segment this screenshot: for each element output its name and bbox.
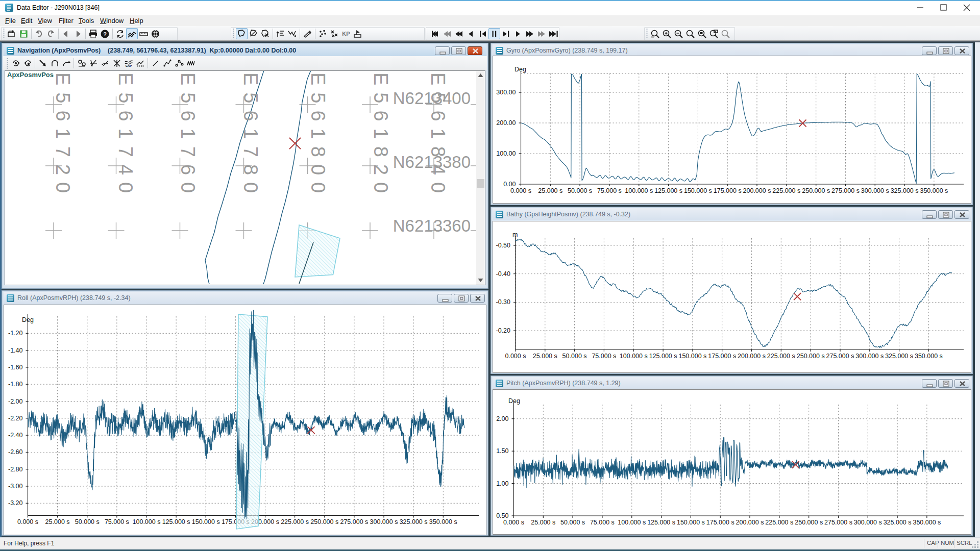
svg-text:250.000 s: 250.000 s [797, 353, 825, 360]
svg-text:275.000 s: 275.000 s [824, 519, 852, 526]
svg-text:200.000 s: 200.000 s [736, 519, 764, 526]
svg-text:-3.20: -3.20 [8, 499, 23, 507]
svg-text:300.000 s: 300.000 s [855, 353, 884, 360]
svg-text:2.00: 2.00 [496, 415, 508, 422]
svg-text:225.000 s: 225.000 s [281, 518, 309, 525]
svg-text:300.000 s: 300.000 s [861, 187, 889, 194]
svg-text:325.000 s: 325.000 s [885, 353, 913, 360]
svg-text:125.000 s: 125.000 s [649, 353, 677, 360]
svg-text:100.000 s: 100.000 s [620, 353, 648, 360]
svg-text:350.000 s: 350.000 s [915, 353, 943, 360]
svg-text:25.000 s: 25.000 s [533, 353, 557, 360]
svg-text:m: m [512, 231, 518, 238]
svg-text:Deg: Deg [508, 397, 520, 405]
svg-text:-2.60: -2.60 [8, 448, 23, 456]
svg-text:325.000 s: 325.000 s [884, 519, 912, 526]
svg-text:100.00: 100.00 [496, 150, 516, 157]
svg-text:125.000 s: 125.000 s [654, 187, 682, 194]
svg-text:350.000 s: 350.000 s [920, 187, 948, 194]
svg-text:350.000 s: 350.000 s [913, 519, 941, 526]
svg-text:1.00: 1.00 [496, 480, 508, 487]
svg-text:-1.80: -1.80 [8, 381, 23, 388]
svg-text:300.000 s: 300.000 s [370, 518, 398, 525]
svg-text:-1.60: -1.60 [8, 364, 23, 371]
svg-text:150.000 s: 150.000 s [684, 187, 712, 194]
svg-text:50.000 s: 50.000 s [568, 187, 592, 194]
svg-text:200.000 s: 200.000 s [743, 187, 771, 194]
svg-text:Deg: Deg [22, 316, 34, 323]
svg-text:25.000 s: 25.000 s [538, 187, 562, 194]
svg-text:300.00: 300.00 [496, 89, 516, 96]
svg-text:225.000 s: 225.000 s [765, 519, 793, 526]
svg-text:150.000 s: 150.000 s [677, 519, 705, 526]
svg-text:-1.40: -1.40 [8, 347, 23, 354]
svg-text:250.000 s: 250.000 s [795, 519, 823, 526]
svg-text:125.000 s: 125.000 s [647, 519, 675, 526]
svg-text:-0.50: -0.50 [496, 242, 511, 249]
svg-text:25.000 s: 25.000 s [45, 518, 70, 525]
svg-text:-0.40: -0.40 [496, 270, 511, 278]
svg-text:0.000 s: 0.000 s [505, 353, 526, 360]
svg-text:325.000 s: 325.000 s [891, 187, 919, 194]
svg-text:100.000 s: 100.000 s [618, 519, 646, 526]
svg-text:350.000 s: 350.000 s [429, 518, 457, 525]
svg-text:200.00: 200.00 [496, 119, 516, 127]
svg-text:50.000 s: 50.000 s [75, 518, 100, 525]
svg-text:75.000 s: 75.000 s [592, 353, 616, 360]
svg-text:1.50: 1.50 [496, 447, 508, 455]
svg-text:CAP: CAP [125, 64, 132, 67]
svg-text:-2.80: -2.80 [8, 466, 23, 473]
svg-text:200.000 s: 200.000 s [738, 353, 766, 360]
svg-text:0.000 s: 0.000 s [510, 187, 531, 194]
svg-text:100.000 s: 100.000 s [133, 518, 161, 525]
svg-text:25.000 s: 25.000 s [531, 519, 555, 526]
svg-text:-0.30: -0.30 [496, 298, 511, 306]
svg-text:275.000 s: 275.000 s [340, 518, 368, 525]
svg-text:175.000 s: 175.000 s [706, 519, 734, 526]
svg-text:50.000 s: 50.000 s [560, 519, 585, 526]
svg-text:275.000 s: 275.000 s [831, 187, 860, 194]
svg-text:-3.00: -3.00 [8, 483, 23, 490]
svg-text:150.000 s: 150.000 s [192, 518, 220, 525]
svg-text:-2.20: -2.20 [8, 415, 23, 422]
svg-text:175.000 s: 175.000 s [708, 353, 736, 360]
svg-text:0.50: 0.50 [496, 512, 508, 519]
svg-text:-1.20: -1.20 [8, 330, 23, 337]
svg-text:250.000 s: 250.000 s [310, 518, 338, 525]
svg-text:225.000 s: 225.000 s [772, 187, 800, 194]
svg-text:225.000 s: 225.000 s [767, 353, 795, 360]
svg-text:0.000 s: 0.000 s [17, 518, 38, 525]
svg-text:75.000 s: 75.000 s [597, 187, 622, 194]
svg-text:?: ? [103, 31, 107, 37]
svg-text:0.00: 0.00 [503, 181, 516, 188]
svg-text:-2.00: -2.00 [8, 398, 23, 405]
svg-text:300.000 s: 300.000 s [854, 519, 882, 526]
svg-text:100.000 s: 100.000 s [625, 187, 653, 194]
svg-text:-2.40: -2.40 [8, 432, 23, 439]
svg-text:125.000 s: 125.000 s [162, 518, 190, 525]
svg-text:325.000 s: 325.000 s [400, 518, 428, 525]
svg-text:150.000 s: 150.000 s [678, 353, 706, 360]
svg-text:75.000 s: 75.000 s [105, 518, 129, 525]
svg-text:175.000 s: 175.000 s [714, 187, 742, 194]
svg-text:KP: KP [342, 31, 350, 37]
svg-text:Deg: Deg [514, 66, 526, 73]
svg-text:0.000 s: 0.000 s [503, 519, 524, 526]
svg-text:50.000 s: 50.000 s [562, 353, 587, 360]
svg-text:75.000 s: 75.000 s [590, 519, 615, 526]
svg-text:250.000 s: 250.000 s [802, 187, 830, 194]
svg-text:275.000 s: 275.000 s [826, 353, 854, 360]
svg-text:-0.20: -0.20 [496, 327, 511, 334]
